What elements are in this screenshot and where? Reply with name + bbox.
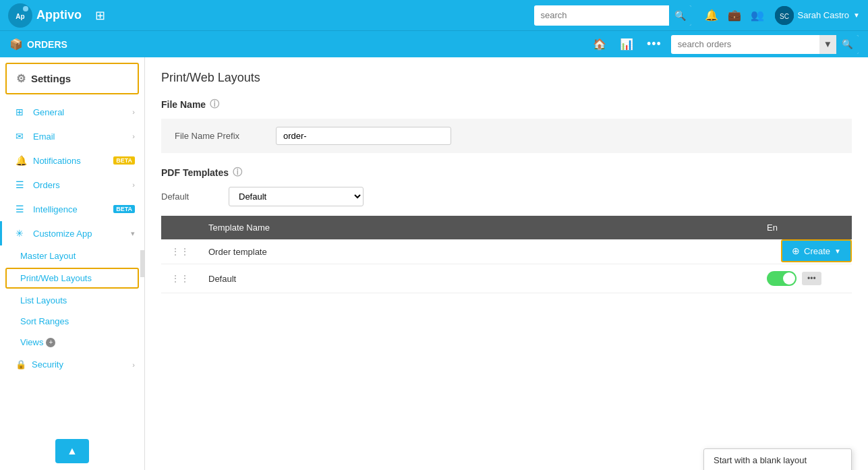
chart-button[interactable]: 📊 [616,35,637,53]
pdf-info-icon[interactable]: ⓘ [233,167,242,179]
user-dropdown-icon: ▼ [853,11,860,19]
search-dropdown-button[interactable]: ▼ [819,35,836,54]
content-area: Print/Web Layouts File Name ⓘ File Name … [145,57,868,470]
grid-icon[interactable]: ⊞ [95,8,105,23]
apptivo-logo-icon: Ap [8,3,32,28]
template-name-cell: Default [199,264,757,293]
dropdown-item-blank[interactable]: Start with a blank layout [704,449,851,470]
toggle-switch[interactable] [767,271,797,286]
drag-handle-icon[interactable]: ⋮⋮ [171,273,190,284]
sidebar-sub-item-list-layouts[interactable]: List Layouts [0,290,144,311]
pdf-default-select[interactable]: Default [229,187,364,206]
sidebar-sub-item-views[interactable]: Views + [0,332,144,353]
pdf-templates-section-header: PDF Templates ⓘ [161,167,852,179]
email-icon: ✉ [16,131,28,142]
sidebar-item-label: General [33,107,127,117]
module-search-bar: ▼ 🔍 [671,35,859,54]
file-name-prefix-input[interactable] [276,127,451,145]
sidebar-item-security[interactable]: 🔒 Security › [0,353,144,376]
sidebar: ⚙ Settings ⊞ General › ✉ Email › 🔔 Notif… [0,57,145,470]
sidebar-item-label: Intelligence [33,204,108,214]
sidebar-item-general[interactable]: ⊞ General › [0,100,144,124]
table-row: ⋮⋮ Default ••• [161,264,852,293]
sidebar-item-label: Notifications [33,156,108,166]
customize-icon: ✳ [16,228,28,239]
security-arrow-icon: › [132,361,135,369]
file-name-row: File Name Prefix [161,119,852,153]
security-label: Security [32,359,127,370]
avatar: SC [775,6,794,25]
create-button-wrapper: ⊕ Create ▼ Start with a blank layout Sta… [781,239,852,262]
template-table: Template Name En ⋮⋮ Order template ⋮⋮ De… [161,216,852,293]
user-menu[interactable]: SC Sarah Castro ▼ [775,6,861,25]
drag-handle-icon[interactable]: ⋮⋮ [171,246,190,257]
gear-icon: ⚙ [16,72,26,85]
top-navigation: Ap Apptivo ⊞ 🔍 🔔 💼 👥 SC Sarah Castro ▼ [0,0,868,30]
sidebar-sub-item-sort-ranges[interactable]: Sort Ranges [0,311,144,332]
home-button[interactable]: 🏠 [589,35,610,53]
module-icon: 📦 [9,38,23,51]
more-options-button[interactable]: ••• [802,272,821,285]
file-name-prefix-label: File Name Prefix [175,131,262,141]
more-options-button[interactable]: ••• [643,36,666,53]
table-col-drag [161,216,199,239]
sidebar-item-label: Orders [33,180,127,190]
app-logo[interactable]: Ap Apptivo [8,3,82,28]
sidebar-item-label: Email [33,131,127,142]
module-search-input[interactable] [671,39,819,49]
sub-item-label: Print/Web Layouts [20,273,92,283]
sub-item-label: Sort Ranges [20,316,69,326]
create-plus-icon: ⊕ [792,245,800,256]
create-dropdown-menu: Start with a blank layout Start with the… [703,448,852,470]
global-search-button[interactable]: 🔍 [669,5,691,26]
template-enabled-cell: ••• [757,264,852,293]
bell-icon[interactable]: 🔔 [705,9,718,22]
sidebar-item-customize-app[interactable]: ✳ Customize App ▾ [0,221,144,245]
table-body: ⋮⋮ Order template ⋮⋮ Default [161,239,852,293]
intelligence-icon: ☰ [16,204,28,214]
sub-item-label: List Layouts [20,295,67,305]
svg-point-2 [23,6,28,11]
people-icon[interactable]: 👥 [751,9,764,22]
sidebar-item-email[interactable]: ✉ Email › [0,124,144,148]
module-search-button[interactable]: 🔍 [836,35,859,54]
template-name-cell: Order template [199,239,757,264]
sub-navigation: 📦 ORDERS 🏠 📊 ••• ▼ 🔍 [0,30,868,57]
sidebar-item-orders[interactable]: ☰ Orders › [0,173,144,197]
chevron-right-icon: › [132,181,135,189]
orders-icon: ☰ [16,179,28,190]
settings-label: Settings [31,73,71,84]
svg-text:Ap: Ap [16,13,24,20]
add-view-icon[interactable]: + [46,338,55,347]
lock-icon: 🔒 [16,359,26,370]
page-title: Print/Web Layouts [161,71,852,85]
sub-item-label: Master Layout [20,251,76,261]
sidebar-sub-item-master-layout[interactable]: Master Layout [0,245,144,266]
global-search-bar: 🔍 [534,5,691,26]
table-row: ⋮⋮ Order template [161,239,852,264]
pdf-default-label: Default [161,192,215,202]
settings-header[interactable]: ⚙ Settings [5,63,139,94]
main-layout: ⚙ Settings ⊞ General › ✉ Email › 🔔 Notif… [0,57,868,470]
scroll-to-top-button[interactable]: ▲ [55,439,89,463]
app-name: Apptivo [36,8,82,22]
pdf-templates-label: PDF Templates [161,167,229,178]
global-search-input[interactable] [534,10,669,20]
briefcase-icon[interactable]: 💼 [728,9,741,22]
toggle-slider [767,271,797,286]
svg-text:SC: SC [780,13,789,20]
sidebar-item-intelligence[interactable]: ☰ Intelligence BETA [0,197,144,221]
table-col-name: Template Name [199,216,757,239]
top-nav-icons: 🔔 💼 👥 [705,9,764,22]
module-name: ORDERS [27,39,67,50]
pdf-default-row: Default Default [161,187,852,206]
sidebar-collapse-button[interactable]: ‹ [140,250,145,277]
create-button[interactable]: ⊕ Create ▼ [781,239,852,262]
table-col-enabled: En [757,216,852,239]
general-icon: ⊞ [16,107,28,117]
info-icon[interactable]: ⓘ [210,98,219,111]
beta-badge: BETA [113,156,135,165]
file-name-label: File Name [161,99,206,110]
sidebar-item-notifications[interactable]: 🔔 Notifications BETA [0,148,144,173]
sidebar-sub-item-print-web-layouts[interactable]: Print/Web Layouts [5,268,139,289]
